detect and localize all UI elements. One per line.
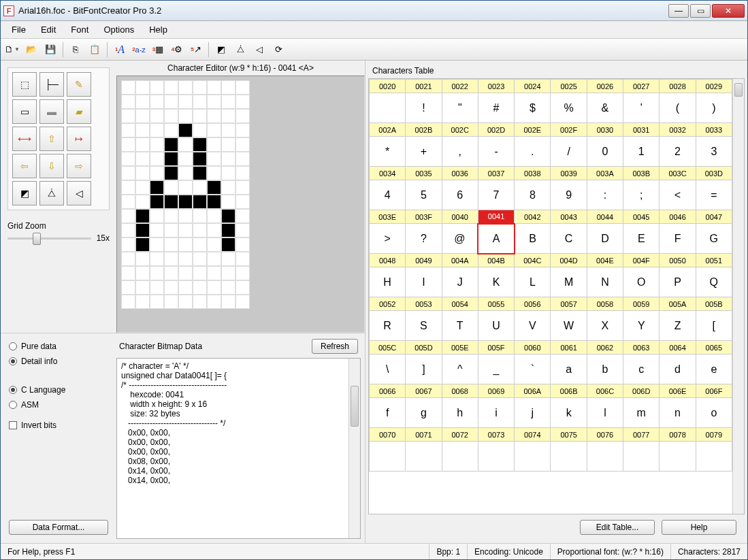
pixel[interactable]	[207, 280, 221, 295]
char-code[interactable]: 0024	[515, 80, 551, 93]
pixel[interactable]	[221, 137, 235, 152]
pixel[interactable]	[178, 209, 193, 223]
minimize-button[interactable]: —	[668, 4, 689, 18]
char-code[interactable]: 0034	[370, 167, 406, 180]
pixel[interactable]	[164, 80, 178, 95]
pixel[interactable]	[164, 109, 178, 123]
pixel[interactable]	[164, 209, 178, 223]
char-code[interactable]: 004C	[515, 254, 551, 267]
char-glyph[interactable]: f	[370, 398, 406, 428]
pixel[interactable]	[121, 195, 135, 209]
paste-button[interactable]: 📋	[86, 41, 103, 59]
pixel[interactable]	[164, 223, 178, 237]
pixel[interactable]	[150, 123, 164, 137]
pixel[interactable]	[121, 252, 135, 266]
pixel[interactable]	[221, 123, 235, 137]
char-code[interactable]: 005B	[696, 297, 732, 311]
pixel[interactable]	[207, 152, 221, 166]
pixel[interactable]	[235, 280, 250, 295]
radio-asm[interactable]: ASM	[9, 400, 108, 410]
pixel[interactable]	[121, 266, 135, 280]
char-glyph[interactable]	[660, 442, 696, 472]
pixel[interactable]	[235, 195, 250, 209]
pixel[interactable]	[150, 80, 164, 95]
pixel[interactable]	[135, 109, 150, 123]
char-code[interactable]: 0063	[623, 341, 660, 355]
char-glyph[interactable]: d	[660, 355, 696, 384]
char-glyph[interactable]: I	[406, 267, 442, 297]
char-glyph[interactable]	[587, 442, 623, 472]
pixel[interactable]	[235, 80, 250, 95]
pixel[interactable]	[193, 166, 207, 180]
char-glyph[interactable]	[370, 442, 406, 472]
char-glyph[interactable]: k	[551, 398, 587, 428]
char-glyph[interactable]: B	[515, 224, 551, 254]
char-glyph[interactable]: E	[623, 224, 660, 254]
pixel[interactable]	[135, 123, 150, 137]
char-code[interactable]: 0020	[370, 80, 406, 93]
char-code[interactable]: 0071	[406, 428, 442, 442]
pixel[interactable]	[193, 109, 207, 123]
char-glyph[interactable]: /	[551, 137, 587, 167]
pixel[interactable]	[150, 237, 164, 252]
char-glyph[interactable]: +	[406, 137, 442, 167]
char-code[interactable]: 0062	[587, 341, 623, 355]
pixel[interactable]	[135, 152, 150, 166]
pixel[interactable]	[221, 180, 235, 195]
pixel[interactable]	[150, 223, 164, 237]
pixel[interactable]	[178, 237, 193, 252]
char-code[interactable]: 0072	[442, 428, 478, 442]
char-glyph[interactable]: X	[587, 311, 623, 341]
pixel[interactable]	[135, 237, 150, 252]
char-glyph[interactable]: ;	[623, 180, 660, 210]
pixel[interactable]	[135, 266, 150, 280]
char-code[interactable]: 0040	[442, 210, 478, 224]
import-font-button[interactable]: 1A	[111, 41, 129, 59]
char-glyph[interactable]: !	[406, 93, 442, 123]
close-button[interactable]: ✕	[712, 4, 745, 18]
move-right-tool[interactable]: ⇨	[67, 154, 91, 178]
pixel[interactable]	[207, 209, 221, 223]
pixel[interactable]	[235, 109, 250, 123]
line-tool[interactable]: ├─	[39, 72, 64, 97]
pixel[interactable]	[121, 209, 135, 223]
pixel[interactable]	[207, 137, 221, 152]
char-code[interactable]: 0033	[696, 123, 732, 137]
mirror-h-tool[interactable]: ⧊	[39, 181, 64, 205]
char-glyph[interactable]	[406, 442, 442, 472]
char-code[interactable]: 0066	[370, 384, 406, 398]
char-glyph[interactable]: 8	[515, 180, 551, 210]
pixel[interactable]	[150, 252, 164, 266]
char-code[interactable]: 0048	[370, 254, 406, 267]
pixel[interactable]	[221, 252, 235, 266]
char-code[interactable]: 0032	[660, 123, 696, 137]
char-code[interactable]: 006B	[551, 384, 587, 398]
pixel[interactable]	[164, 137, 178, 152]
pixel[interactable]	[178, 195, 193, 209]
char-glyph[interactable]: :	[587, 180, 623, 210]
char-code[interactable]: 0070	[370, 428, 406, 442]
char-code[interactable]: 0069	[478, 384, 514, 398]
pixel[interactable]	[207, 195, 221, 209]
char-glyph[interactable]	[551, 442, 587, 472]
char-glyph[interactable]: @	[442, 224, 478, 254]
radio-detail-info[interactable]: Detail info	[9, 357, 108, 366]
zoom-slider-thumb[interactable]	[33, 233, 41, 245]
pixel[interactable]	[221, 152, 235, 166]
char-code[interactable]: 0061	[551, 341, 587, 355]
char-code[interactable]: 0045	[623, 210, 660, 224]
char-glyph[interactable]: S	[406, 311, 442, 341]
char-glyph[interactable]: i	[478, 398, 514, 428]
char-glyph[interactable]: m	[623, 398, 660, 428]
char-glyph[interactable]: o	[696, 398, 732, 428]
char-glyph[interactable]: P	[660, 267, 696, 297]
char-code[interactable]: 003A	[587, 167, 623, 180]
pixel[interactable]	[221, 95, 235, 109]
pixel[interactable]	[178, 166, 193, 180]
pixel[interactable]	[150, 109, 164, 123]
char-glyph[interactable]: g	[406, 398, 442, 428]
char-glyph[interactable]: 6	[442, 180, 478, 210]
pixel[interactable]	[121, 95, 135, 109]
zoom-slider[interactable]	[7, 237, 91, 240]
pixel[interactable]	[150, 280, 164, 295]
